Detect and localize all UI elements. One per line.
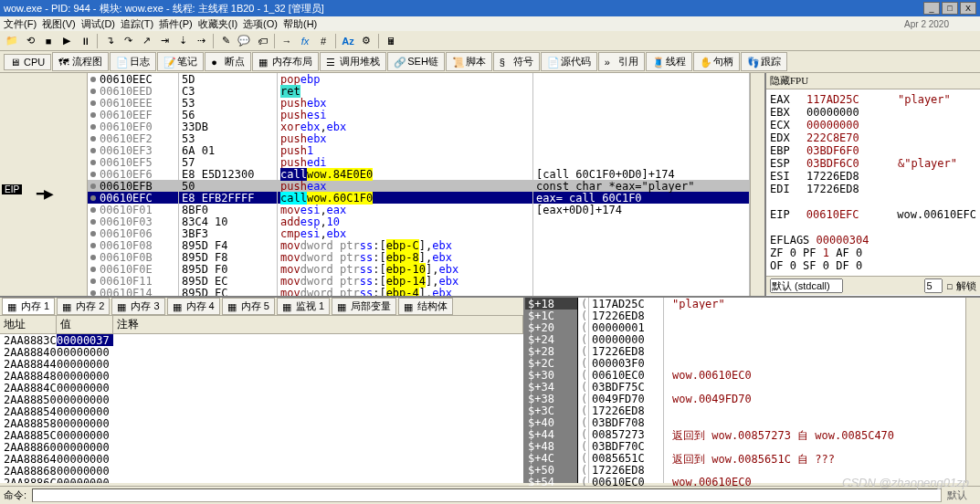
run-to-icon[interactable]: ⇥	[156, 33, 173, 49]
stack-comment[interactable]	[669, 333, 965, 345]
dump-row[interactable]: 2AA8886000000000	[0, 441, 523, 453]
stack-offset[interactable]: $+28	[525, 345, 577, 357]
stack-comment[interactable]	[669, 416, 965, 428]
disasm-bytes[interactable]: 8BF0	[179, 204, 277, 215]
stack-comment[interactable]: 返回到 wow.0085651C 自 ???	[669, 452, 965, 464]
az-icon[interactable]: Az	[340, 33, 356, 49]
disasm-comment[interactable]	[533, 275, 749, 287]
disasm-bytes[interactable]: 53	[179, 132, 277, 144]
disasm-comment[interactable]	[533, 287, 749, 296]
stack-value[interactable]: 03BDF70C	[589, 440, 663, 452]
step-into-icon[interactable]: ↴	[101, 33, 118, 49]
stack-offset[interactable]: $+20	[525, 321, 577, 333]
disasm-comment[interactable]: [eax+0D0]+174	[533, 204, 749, 215]
disasm-comment[interactable]	[533, 156, 749, 168]
register-row[interactable]: ESI17226ED8	[770, 170, 976, 183]
disasm-instruction[interactable]: cmp esi,ebx	[278, 227, 532, 239]
call-convention-select[interactable]	[770, 278, 843, 293]
trace-over-icon[interactable]: ⇢	[193, 33, 209, 49]
stack-value[interactable]: 00000000	[589, 333, 663, 345]
flags-row[interactable]: ZF 0 PF 1 AF 0	[770, 247, 976, 259]
disasm-addr[interactable]: 00610F08	[88, 239, 178, 251]
register-row[interactable]: ESP03BDF6C0&"player"	[770, 157, 976, 170]
close-button[interactable]: X	[960, 2, 976, 15]
disasm-instruction[interactable]: mov dword ptr ss:[ebp-C],ebx	[278, 239, 532, 251]
disasm-bytes[interactable]: 5D	[179, 73, 277, 85]
unlock-checkbox-label[interactable]: 解锁	[956, 279, 976, 293]
view-tab[interactable]: ●断点	[205, 52, 251, 71]
stack-scrollbar[interactable]	[965, 298, 980, 483]
register-eip[interactable]: EIP00610EFCwow.00610EFC	[770, 208, 976, 221]
disassembly-view[interactable]: 00610EEC00610EED00610EEE00610EEF00610EF0…	[88, 73, 750, 296]
register-row[interactable]: EDX222C8E70	[770, 131, 976, 144]
disasm-comment[interactable]	[533, 227, 749, 239]
disasm-instruction[interactable]: call wow.84E0E0	[278, 168, 532, 180]
disasm-addr[interactable]: 00610F01	[88, 204, 178, 215]
register-row[interactable]: EBX00000000	[770, 106, 976, 119]
label-icon[interactable]: 🏷	[254, 33, 270, 49]
stack-comment[interactable]	[669, 381, 965, 393]
stack-comment[interactable]	[669, 357, 965, 369]
disasm-comment[interactable]: eax= call 60C1F0	[533, 192, 749, 204]
stack-comment[interactable]: 返回到 wow.00857273 自 wow.0085C470	[669, 428, 965, 440]
comment-icon[interactable]: 💬	[236, 33, 252, 49]
disasm-instruction[interactable]: call wow.60C1F0	[278, 192, 532, 204]
menu-item[interactable]: 选项(O)	[243, 17, 278, 31]
disasm-comment[interactable]	[533, 239, 749, 251]
flags-row[interactable]: OF 0 SF 0 DF 0	[770, 259, 976, 272]
stack-comment[interactable]	[669, 464, 965, 476]
disasm-comment[interactable]	[533, 215, 749, 227]
stop-icon[interactable]: ■	[40, 33, 57, 49]
stack-comment[interactable]	[669, 310, 965, 321]
stack-offset[interactable]: $+50	[525, 464, 577, 476]
stack-comment[interactable]: wow.00610EC0	[669, 369, 965, 381]
calc-icon[interactable]: 🖩	[383, 33, 399, 49]
disasm-bytes[interactable]: 56	[179, 109, 277, 121]
trace-into-icon[interactable]: ⇣	[174, 33, 191, 49]
run-icon[interactable]: ▶	[58, 33, 75, 49]
view-tab[interactable]: 👣跟踪	[741, 52, 787, 71]
disasm-addr[interactable]: 00610EF5	[88, 156, 178, 168]
stack-offset[interactable]: $+1C	[525, 310, 577, 321]
view-tab[interactable]: 📝笔记	[157, 52, 204, 71]
dump-tab[interactable]: ▦结构体	[398, 298, 453, 315]
restart-icon[interactable]: ⟲	[22, 33, 38, 49]
disasm-comment[interactable]: [call 60C1F0+0D0]+174	[533, 168, 749, 180]
dump-row[interactable]: 2AA8885000000000	[0, 394, 523, 405]
stack-offset[interactable]: $+18	[525, 298, 577, 310]
disasm-addr[interactable]: 00610F03	[88, 215, 178, 227]
stack-value[interactable]: 03BDF75C	[589, 381, 663, 393]
disasm-instruction[interactable]: push eax	[278, 180, 532, 192]
stack-value[interactable]: 0085651C	[589, 452, 663, 464]
hash-icon[interactable]: #	[315, 33, 332, 49]
disasm-bytes[interactable]: 895D F8	[179, 251, 277, 263]
dump-row[interactable]: 2AA8884800000000	[0, 370, 523, 382]
disasm-instruction[interactable]: pop ebp	[278, 73, 532, 85]
stack-offset[interactable]: $+24	[525, 333, 577, 345]
menu-item[interactable]: 插件(P)	[159, 17, 193, 31]
dump-row[interactable]: 2AA8884000000000	[0, 346, 523, 358]
view-tab[interactable]: ☰调用堆栈	[320, 52, 386, 71]
disasm-instruction[interactable]: push 1	[278, 144, 532, 156]
stack-offset[interactable]: $+48	[525, 440, 577, 452]
dump-tab[interactable]: ▦内存 3	[111, 298, 164, 315]
disasm-addr[interactable]: 00610EF6	[88, 168, 178, 180]
menu-item[interactable]: 调试(D)	[81, 17, 115, 31]
command-input[interactable]	[32, 488, 942, 502]
register-row[interactable]: EBP03BDF6F0	[770, 144, 976, 157]
pause-icon[interactable]: ⏸	[77, 33, 93, 49]
arg-count-input[interactable]	[924, 278, 943, 293]
disasm-bytes[interactable]: 895D EC	[179, 275, 277, 287]
stack-value[interactable]: 03BDF708	[589, 416, 663, 428]
menu-item[interactable]: 帮助(H)	[283, 17, 317, 31]
dump-tab[interactable]: ▦内存 2	[57, 298, 110, 315]
disasm-comment[interactable]	[533, 144, 749, 156]
disasm-bytes[interactable]: 53	[179, 97, 277, 109]
view-tab[interactable]: 🗺流程图	[52, 52, 109, 71]
step-over-icon[interactable]: ↷	[120, 33, 136, 49]
disasm-scrollbar[interactable]	[750, 73, 764, 296]
view-tab[interactable]: ✋句柄	[693, 52, 740, 71]
disasm-bytes[interactable]: 33DB	[179, 121, 277, 132]
step-out-icon[interactable]: ↗	[138, 33, 154, 49]
disasm-addr[interactable]: 00610F14	[88, 287, 178, 296]
